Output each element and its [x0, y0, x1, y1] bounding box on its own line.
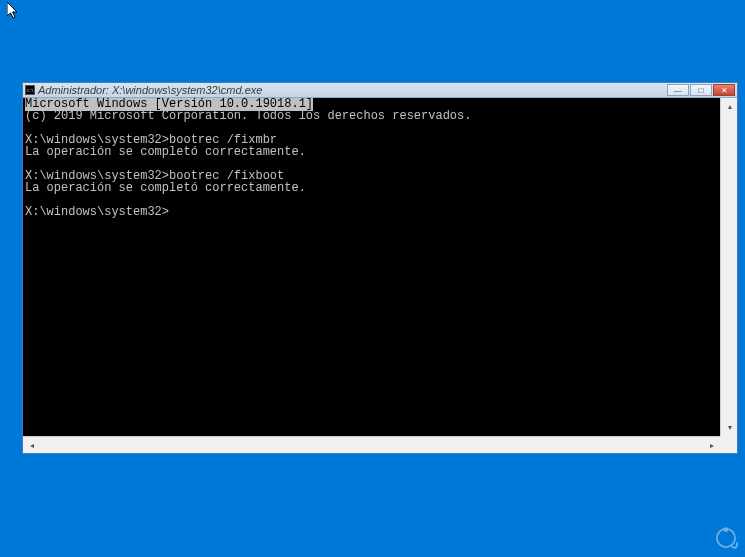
scroll-up-icon[interactable]: ▴: [721, 98, 737, 115]
close-button[interactable]: ✕: [713, 84, 735, 96]
terminal-line: X:\windows\system32>: [25, 205, 169, 219]
scroll-left-icon[interactable]: ◂: [23, 437, 40, 453]
scroll-track[interactable]: [721, 115, 737, 419]
terminal-area[interactable]: Microsoft Windows [Versión 10.0.19018.1]…: [23, 98, 737, 453]
window-controls: — □ ✕: [667, 84, 735, 96]
terminal-line: La operación se completó correctamente.: [25, 181, 306, 195]
vertical-scrollbar[interactable]: ▴ ▾: [720, 98, 737, 436]
watermark-icon: [712, 524, 740, 552]
scrollbar-corner: [720, 436, 737, 453]
scroll-right-icon[interactable]: ▸: [703, 437, 720, 453]
terminal-line: (c) 2019 Microsoft Corporation. Todos lo…: [25, 109, 471, 123]
svg-point-1: [724, 527, 729, 532]
mouse-cursor: [7, 2, 19, 20]
horizontal-scrollbar[interactable]: ◂ ▸: [23, 436, 720, 453]
cmd-window: c:\ Administrador: X:\windows\system32\c…: [22, 82, 738, 454]
scroll-track[interactable]: [40, 437, 703, 453]
maximize-button[interactable]: □: [690, 84, 712, 96]
terminal-line: La operación se completó correctamente.: [25, 145, 306, 159]
scroll-down-icon[interactable]: ▾: [721, 419, 737, 436]
titlebar[interactable]: c:\ Administrador: X:\windows\system32\c…: [23, 83, 737, 98]
terminal-output: Microsoft Windows [Versión 10.0.19018.1]…: [23, 98, 737, 218]
cmd-icon: c:\: [25, 85, 35, 95]
window-title: Administrador: X:\windows\system32\cmd.e…: [38, 84, 262, 96]
minimize-button[interactable]: —: [667, 84, 689, 96]
